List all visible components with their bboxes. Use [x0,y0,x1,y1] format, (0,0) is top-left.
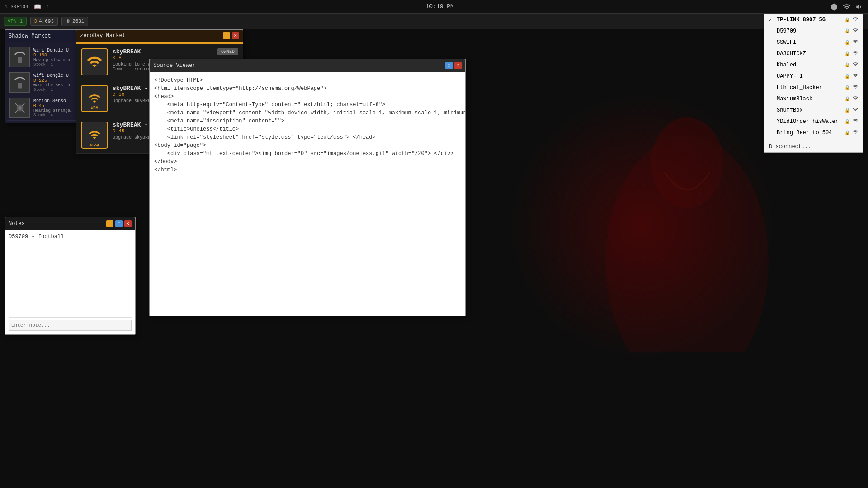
wifi-network-name: D59709 [777,28,842,34]
skybreak-icon [86,54,103,70]
zeroday-window-controls: — ✕ [223,32,239,39]
system-bar: 1.308104 📖 1 10:19 PM [0,0,868,14]
svg-rect-4 [18,83,22,89]
item-image [9,98,30,118]
notes-maximize-button[interactable]: □ [115,220,123,227]
vpn-indicator[interactable]: VPN 1 [4,17,27,26]
wifi-network-name: DA3CHICKZ [777,51,842,57]
system-bar-left: 1.308104 📖 1 [5,3,49,10]
notes-divider [9,317,132,318]
signal-icon [843,3,851,11]
wifi-network-item[interactable]: YDidIOrderThisWater🔒 [764,116,863,127]
notes-close-button[interactable]: ✕ [124,220,132,227]
zeroday-item-name: skyBREAK [113,48,141,55]
signal-strength-icon [852,73,859,80]
item-price: Ð 225 [33,78,74,83]
wifi-network-item[interactable]: UAPPY-F1🔒 [764,70,863,82]
wifi-network-item[interactable]: Ethical_Hacker🔒 [764,82,863,93]
market-item[interactable]: Motion Senso Ð 45 Hearing strange no... … [7,95,76,121]
wifi-network-name: Khaled [777,62,842,68]
zeroday-item-icon: WPA [81,85,108,112]
shield-icon [830,3,838,11]
shadow-market-title: Shadow Market [9,33,51,39]
wifi-network-item[interactable]: SSWIFI🔒 [764,37,863,48]
item-stock: Stock: 4 [33,113,74,117]
currency1-value: 4,693 [39,19,54,24]
wifi-network-item[interactable]: MaxiumBlack🔒 [764,93,863,104]
source-line: <meta name="viewport" content="width=dev… [154,109,461,117]
notes-text: D59709 - football [9,234,132,315]
vpn-label: VPN 1 [8,19,23,24]
minimize-button[interactable]: — [223,32,230,39]
owned-badge: OWNED [217,48,238,55]
wifi-network-item[interactable]: DA3CHICKZ🔒 [764,48,863,59]
zeroday-market-title: zeroDay Market [80,33,126,39]
lock-icon: 🔒 [844,40,850,45]
source-line: <link rel="stylesheet" href="style.css" … [154,133,461,141]
market-item[interactable]: Wifi Dongle U Ð 160 Having slow conne...… [7,45,76,70]
source-line: <head> [154,93,461,101]
book-count: 1 [47,4,50,9]
lock-icon: 🔒 [844,74,850,79]
book-icon: 📖 [34,3,41,10]
signal-strength-icon [852,61,859,68]
system-id: 1.308104 [5,4,28,9]
system-time: 10:19 PM [426,3,454,10]
wifi-network-name: Bring Beer to 504 [777,130,842,136]
currency2-display: 👁 2631 [61,17,88,26]
wifi-network-name: SSWIFI [777,39,842,46]
signal-strength-icon [852,118,859,125]
source-line: <body id="page"> [154,141,461,150]
item-image [9,72,30,93]
shadow-market-content: Wifi Dongle U Ð 160 Having slow conne...… [5,42,79,123]
notes-content: D59709 - football [5,230,135,334]
motion-sensor-icon [13,101,27,115]
currency2-value: 2631 [72,19,84,24]
taskbar: VPN 1 Ð 4,693 👁 2631 [0,14,868,29]
maximize-button[interactable]: □ [445,62,453,69]
item-info: Wifi Dongle U Ð 225 Want the BEST of t..… [33,73,74,92]
lock-icon: 🔒 [844,17,850,23]
eye-icon: 👁 [66,19,71,24]
item-desc: Want the BEST of t... [33,83,74,88]
source-line: <meta name="description" content=""> [154,117,461,125]
close-button[interactable]: ✕ [454,62,462,69]
source-line: </body> [154,158,461,166]
lock-icon: 🔒 [844,62,850,68]
lock-icon: 🔒 [844,96,850,102]
wifi-network-item[interactable]: ✓TP-LINK_8907_5G🔒 [764,14,863,25]
wifi-network-item[interactable]: Bring Beer to 504🔒 [764,127,863,138]
notes-minimize-button[interactable]: — [106,220,113,227]
item-price: Ð 160 [33,53,74,58]
wifi-network-name: TP-LINK_8907_5G [777,17,842,23]
notes-titlebar: Notes — □ ✕ [5,217,135,230]
item-info: Wifi Dongle U Ð 160 Having slow conne...… [33,48,74,67]
market-item[interactable]: Wifi Dongle U Ð 225 Want the BEST of t..… [7,70,76,95]
lock-icon: 🔒 [844,28,850,34]
wifi-network-item[interactable]: D59709🔒 [764,25,863,37]
source-viewer-content[interactable]: <!Doctype HTML><html itemscope itemtype=… [150,72,465,316]
source-line: <div class="mt text-center"><img border=… [154,150,461,158]
item-image [9,47,30,67]
signal-strength-icon [852,39,859,46]
skybreak-wpa-icon [87,92,102,105]
source-line: <!Doctype HTML> [154,76,461,84]
zeroday-item-icon: WPA2 [81,122,108,149]
disconnect-button[interactable]: Disconnect... [764,141,863,152]
item-desc: Having slow conne... [33,58,74,62]
system-bar-right [830,3,863,11]
wifi-network-name: UAPPY-F1 [777,73,842,80]
volume-icon[interactable] [855,3,863,11]
wifi-network-item[interactable]: SnuffBox🔒 [764,104,863,116]
item-name: Wifi Dongle U [33,48,74,53]
notes-title: Notes [9,221,25,227]
notes-input[interactable] [9,320,132,331]
source-line: <title>Oneless</title> [154,125,461,133]
source-viewer-title: Source Viewer [153,62,196,69]
lock-icon: 🔒 [844,51,850,56]
item-price: Ð 45 [33,103,74,108]
wifi-network-item[interactable]: Khaled🔒 [764,59,863,70]
close-button[interactable]: ✕ [232,32,239,39]
source-line: <meta http-equiv="Content-Type" content=… [154,101,461,109]
item-desc: Hearing strange no... [33,108,74,113]
